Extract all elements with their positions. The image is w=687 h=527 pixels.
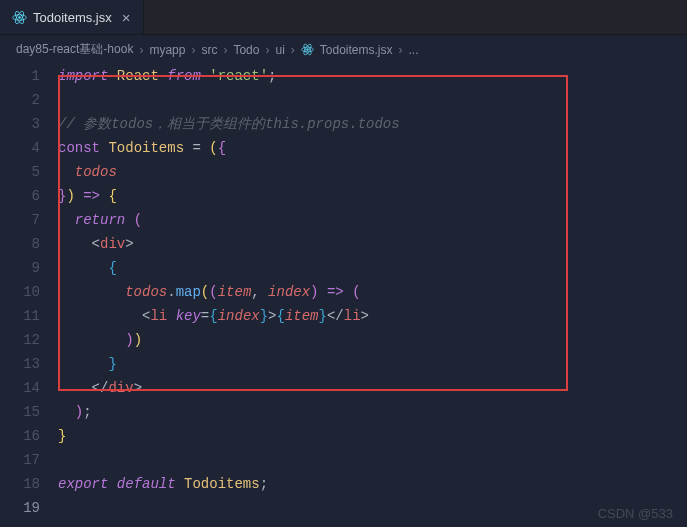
code-line [58, 88, 687, 112]
line-number: 10 [0, 280, 40, 304]
code-line: todos.map((item, index) => ( [58, 280, 687, 304]
crumb[interactable]: day85-react基础-hook [16, 41, 133, 58]
line-gutter: 1 2 3 4 5 6 7 8 9 10 11 12 13 14 15 16 1… [0, 64, 58, 520]
code-line: } [58, 352, 687, 376]
code-line: <li key={index}>{item}</li> [58, 304, 687, 328]
code-line: <div> [58, 232, 687, 256]
tab-bar: Todoitems.jsx × [0, 0, 687, 35]
line-number: 14 [0, 376, 40, 400]
code-line [58, 448, 687, 472]
line-number: 18 [0, 472, 40, 496]
line-number: 11 [0, 304, 40, 328]
line-number: 6 [0, 184, 40, 208]
chevron-right-icon: › [263, 43, 271, 57]
code-line: return ( [58, 208, 687, 232]
breadcrumb[interactable]: day85-react基础-hook › myapp › src › Todo … [0, 35, 687, 64]
crumb[interactable]: Todoitems.jsx [320, 43, 393, 57]
line-number: 2 [0, 88, 40, 112]
tab-label: Todoitems.jsx [33, 10, 112, 25]
line-number: 1 [0, 64, 40, 88]
crumb[interactable]: ui [275, 43, 284, 57]
code-line: // 参数todos，相当于类组件的this.props.todos [58, 112, 687, 136]
code-line: { [58, 256, 687, 280]
chevron-right-icon: › [137, 43, 145, 57]
crumb[interactable]: ... [409, 43, 419, 57]
code-line: ); [58, 400, 687, 424]
line-number: 8 [0, 232, 40, 256]
line-number: 19 [0, 496, 40, 520]
line-number: 12 [0, 328, 40, 352]
code-line: import React from 'react'; [58, 64, 687, 88]
code-line: todos [58, 160, 687, 184]
react-icon [301, 43, 314, 56]
react-icon [12, 10, 27, 25]
code-content[interactable]: import React from 'react'; // 参数todos，相当… [58, 64, 687, 520]
code-line: const Todoitems = ({ [58, 136, 687, 160]
chevron-right-icon: › [189, 43, 197, 57]
crumb[interactable]: Todo [233, 43, 259, 57]
chevron-right-icon: › [397, 43, 405, 57]
line-number: 3 [0, 112, 40, 136]
line-number: 7 [0, 208, 40, 232]
line-number: 16 [0, 424, 40, 448]
svg-point-0 [18, 16, 21, 19]
watermark: CSDN @533 [598, 506, 673, 521]
code-editor[interactable]: 1 2 3 4 5 6 7 8 9 10 11 12 13 14 15 16 1… [0, 64, 687, 520]
code-line: )) [58, 328, 687, 352]
svg-point-4 [306, 48, 308, 50]
close-icon[interactable]: × [122, 9, 131, 26]
crumb[interactable]: myapp [149, 43, 185, 57]
line-number: 13 [0, 352, 40, 376]
line-number: 4 [0, 136, 40, 160]
code-line: export default Todoitems; [58, 472, 687, 496]
code-line: }) => { [58, 184, 687, 208]
chevron-right-icon: › [289, 43, 297, 57]
code-line: </div> [58, 376, 687, 400]
crumb[interactable]: src [201, 43, 217, 57]
line-number: 9 [0, 256, 40, 280]
chevron-right-icon: › [221, 43, 229, 57]
code-line: } [58, 424, 687, 448]
tab-todoitems[interactable]: Todoitems.jsx × [0, 0, 144, 34]
line-number: 17 [0, 448, 40, 472]
line-number: 15 [0, 400, 40, 424]
line-number: 5 [0, 160, 40, 184]
code-line [58, 496, 687, 520]
